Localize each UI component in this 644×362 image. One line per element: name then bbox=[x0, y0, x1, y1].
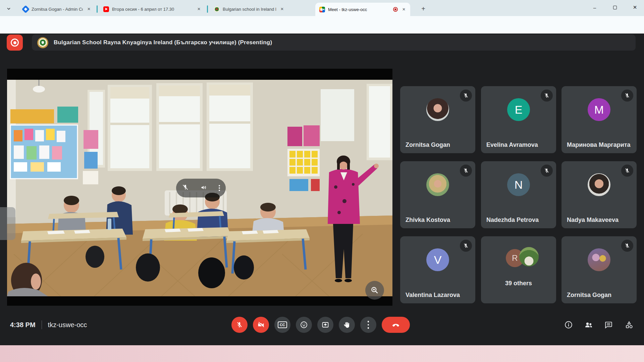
tab-separator bbox=[207, 5, 208, 13]
participant-tile[interactable]: Nadya Makaveeva bbox=[561, 161, 637, 228]
youtube-icon bbox=[103, 6, 109, 12]
others-count-label: 39 others bbox=[481, 280, 556, 287]
tab-title: Zornitsa Gogan - Admin Consol bbox=[32, 7, 83, 12]
unpin-icon[interactable] bbox=[182, 184, 189, 192]
presentation-video-tile[interactable] bbox=[7, 69, 392, 306]
new-tab-button[interactable]: + bbox=[419, 4, 428, 13]
tab-meet-active[interactable]: Meet - tkz-uswe-occ ✕ bbox=[315, 3, 410, 16]
avatar-initial: E bbox=[507, 98, 530, 121]
tab-search-chevron-icon[interactable] bbox=[5, 5, 13, 13]
window-restore-button[interactable] bbox=[608, 1, 622, 13]
participant-name: Evelina Avramova bbox=[486, 141, 538, 148]
school-logo-icon bbox=[37, 37, 48, 48]
present-screen-button[interactable] bbox=[317, 317, 333, 333]
tab-recording-indicator-icon bbox=[393, 7, 398, 12]
avatar-initial: N bbox=[507, 173, 530, 196]
tab-close-icon[interactable]: ✕ bbox=[401, 6, 407, 12]
divider bbox=[42, 320, 42, 329]
tab-title: Втора сесия - 6 април от 17.30 bbox=[112, 7, 193, 12]
chat-button[interactable] bbox=[601, 317, 617, 333]
restore-icon bbox=[613, 6, 617, 9]
mic-off-icon bbox=[541, 89, 553, 102]
participant-tile[interactable]: Zhivka Kostova bbox=[400, 161, 475, 228]
windows-taskbar: 13°C Windy Search T bbox=[0, 345, 644, 362]
meeting-details-button[interactable] bbox=[560, 317, 577, 333]
participant-name: Nadya Makaveeva bbox=[567, 217, 619, 224]
tab-title: Meet - tkz-uswe-occ bbox=[328, 7, 390, 12]
avatar-initial: V bbox=[426, 248, 449, 271]
people-button[interactable] bbox=[581, 317, 597, 333]
avatar bbox=[426, 98, 449, 121]
avatar bbox=[588, 173, 610, 196]
recording-indicator-button[interactable] bbox=[7, 35, 23, 51]
participant-tile[interactable]: E Evelina Avramova bbox=[481, 86, 556, 153]
others-tile[interactable]: R 39 others bbox=[481, 236, 556, 303]
camera-off-button[interactable] bbox=[253, 317, 269, 333]
others-avatar-cluster: R bbox=[506, 249, 539, 267]
mic-off-button[interactable] bbox=[231, 317, 248, 333]
tab-close-icon[interactable]: ✕ bbox=[279, 6, 285, 12]
captions-button[interactable]: CC bbox=[274, 317, 290, 333]
zoom-in-button[interactable] bbox=[365, 281, 384, 300]
avatar bbox=[426, 173, 449, 196]
mic-off-icon bbox=[621, 240, 633, 252]
tab-close-icon[interactable]: ✕ bbox=[196, 6, 202, 12]
mic-off-icon bbox=[621, 89, 633, 102]
participant-tile[interactable]: Zornitsa Gogan bbox=[400, 86, 475, 153]
meeting-info-left: 4:38 PM tkz-uswe-occ bbox=[10, 317, 87, 333]
school-site-icon bbox=[214, 6, 220, 12]
participant-tile[interactable]: Zornitsa Gogan bbox=[561, 236, 637, 303]
participant-name: Zornitsa Gogan bbox=[406, 141, 450, 148]
tab-separator bbox=[97, 5, 98, 13]
mic-off-icon bbox=[460, 89, 472, 102]
reactions-button[interactable] bbox=[296, 317, 312, 333]
partial-side-tile bbox=[0, 207, 15, 240]
meeting-code: tkz-uswe-occ bbox=[48, 321, 87, 329]
video-overlay-controls bbox=[176, 179, 226, 197]
meet-app: Bulgarian School Rayna Knyaginya Ireland… bbox=[0, 34, 644, 345]
tab-school-site[interactable]: Bulgarian school in Ireland Dub ✕ bbox=[210, 3, 288, 15]
mic-off-icon bbox=[460, 165, 472, 177]
window-close-button[interactable]: ✕ bbox=[628, 1, 642, 13]
participant-name: Valentina Lazarova bbox=[406, 292, 460, 299]
participant-tile[interactable]: N Nadezhda Petrova bbox=[481, 161, 556, 228]
activities-button[interactable] bbox=[621, 317, 637, 333]
volume-icon[interactable] bbox=[200, 184, 207, 192]
participant-name: Zornitsa Gogan bbox=[567, 292, 611, 299]
window-minimize-button[interactable]: – bbox=[588, 1, 602, 13]
participant-name: Nadezhda Petrova bbox=[486, 217, 539, 224]
record-icon bbox=[11, 39, 19, 47]
admin-console-icon bbox=[21, 5, 30, 13]
mic-off-icon bbox=[541, 165, 553, 177]
meeting-title-banner: Bulgarian School Rayna Knyaginya Ireland… bbox=[32, 35, 636, 51]
google-meet-icon bbox=[319, 7, 325, 12]
tab-close-icon[interactable]: ✕ bbox=[86, 6, 92, 12]
mic-off-icon bbox=[621, 165, 633, 177]
avatar bbox=[588, 248, 610, 271]
participant-name: Zhivka Kostova bbox=[406, 217, 450, 224]
avatar-initial: M bbox=[588, 98, 610, 121]
participant-name: Маринова Маргарита bbox=[567, 141, 631, 148]
participant-tile[interactable]: V Valentina Lazarova bbox=[400, 236, 475, 303]
clock: 4:38 PM bbox=[10, 321, 36, 329]
more-options-button[interactable] bbox=[360, 317, 376, 333]
mic-off-icon bbox=[460, 240, 472, 252]
tab-youtube[interactable]: Втора сесия - 6 април от 17.30 ✕ bbox=[99, 3, 205, 15]
browser-toolbar: ← → meet.google.com/tkz-uswe-occ ☆ Finis… bbox=[0, 16, 644, 34]
avatar bbox=[519, 247, 539, 266]
tab-admin-console[interactable]: Zornitsa Gogan - Admin Consol ✕ bbox=[19, 3, 95, 15]
browser-tab-strip: Zornitsa Gogan - Admin Consol ✕ Втора се… bbox=[0, 0, 644, 16]
participant-tile[interactable]: M Маринова Маргарита bbox=[561, 86, 637, 153]
tab-title: Bulgarian school in Ireland Dub bbox=[223, 7, 276, 12]
more-options-icon[interactable] bbox=[219, 184, 220, 192]
raise-hand-button[interactable] bbox=[339, 317, 355, 333]
meeting-title: Bulgarian School Rayna Knyaginya Ireland… bbox=[54, 39, 272, 46]
leave-call-button[interactable] bbox=[382, 317, 410, 333]
